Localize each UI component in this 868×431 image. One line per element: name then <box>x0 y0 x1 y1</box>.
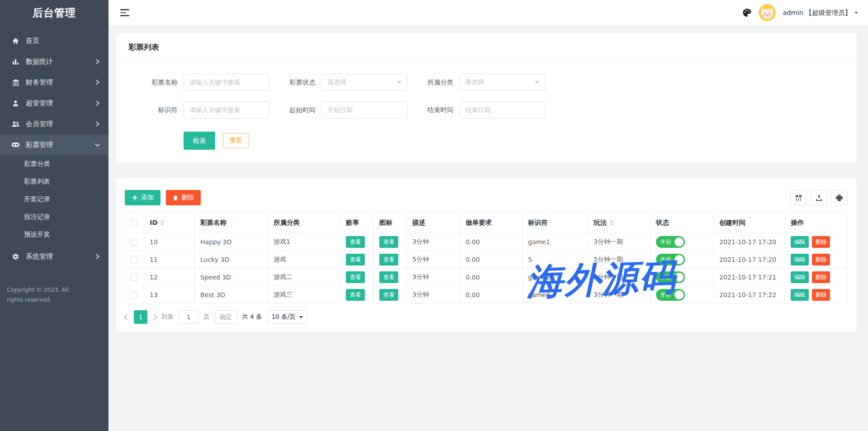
goto-confirm-button[interactable]: 确定 <box>215 310 237 324</box>
prev-page-icon[interactable] <box>124 314 130 320</box>
edit-button[interactable]: 编辑 <box>791 271 809 283</box>
lottery-status-select[interactable]: 请选择 <box>321 74 407 91</box>
view-odds-button[interactable]: 查看 <box>346 254 365 265</box>
bulk-delete-button[interactable]: 删除 <box>166 190 201 205</box>
view-odds-button[interactable]: 查看 <box>346 289 365 301</box>
gear-icon <box>11 252 20 261</box>
add-button[interactable]: + 添加 <box>125 190 160 205</box>
sidebar-item-label: 超管管理 <box>26 99 53 108</box>
sidebar-item-system[interactable]: 系统管理 <box>0 246 108 267</box>
col-category: 所属分类 <box>268 212 340 233</box>
page-number-button[interactable]: 1 <box>134 310 147 324</box>
goto-suffix-label: 页 <box>203 313 210 321</box>
menu-toggle-icon[interactable] <box>120 9 129 16</box>
user-icon <box>11 99 20 108</box>
filter-card: 彩票列表 彩票名称 彩票状态 请选择 <box>115 33 857 164</box>
sidebar-item-lottery-category[interactable]: 彩票分类 <box>0 155 108 173</box>
view-icon-button[interactable]: 查看 <box>379 254 398 265</box>
cell-id: 11 <box>144 251 195 269</box>
view-icon-button[interactable]: 查看 <box>379 289 398 301</box>
cell-identifier: 5 <box>523 251 588 269</box>
select-all-checkbox[interactable] <box>131 219 138 226</box>
col-created: 创建时间 <box>714 212 785 233</box>
sidebar-item-lottery[interactable]: 彩票管理 <box>0 134 108 155</box>
copyright-text: Copyright © 2023. All rights reserved. <box>0 285 84 305</box>
filter-group-name: 彩票名称 <box>142 74 279 91</box>
sidebar-item-superadmin[interactable]: 超管管理 <box>0 93 108 114</box>
edit-button[interactable]: 编辑 <box>791 236 809 248</box>
edit-button[interactable]: 编辑 <box>791 289 809 301</box>
identifier-input[interactable] <box>184 101 269 118</box>
user-menu[interactable]: admin 【超级管理员】 <box>783 9 858 17</box>
toggle-columns-button[interactable] <box>790 190 807 205</box>
sidebar-item-finance[interactable]: 财务管理 <box>0 72 108 93</box>
filter-group-end-time: 结束时间 <box>417 101 555 118</box>
sidebar-item-draw-records[interactable]: 开奖记录 <box>0 190 108 208</box>
cell-id: 12 <box>144 269 195 286</box>
cell-identifier: game2 <box>523 269 588 286</box>
reset-button[interactable]: 重置 <box>223 133 249 148</box>
lottery-name-input[interactable] <box>184 74 269 91</box>
delete-button[interactable]: 删除 <box>812 271 830 283</box>
sidebar-item-preset-draw[interactable]: 预设开奖 <box>0 226 108 243</box>
sidebar-menu: 首页 数据统计 财务管理 超管管理 <box>0 30 108 267</box>
filter-group-category: 所属分类 请选择 <box>417 74 555 91</box>
page-size-select[interactable]: 10 条/页 <box>267 310 307 324</box>
table-row: 12 Speed 3D 游戏二 查看 查看 3分钟 0.00 game2 3分钟… <box>125 269 848 286</box>
row-checkbox[interactable] <box>131 291 138 298</box>
col-id[interactable]: ID <box>144 212 195 233</box>
sidebar-item-members[interactable]: 会员管理 <box>0 114 108 134</box>
row-checkbox[interactable] <box>131 274 138 281</box>
lottery-table: ID 彩票名称 所属分类 赔率 图标 描述 做单要求 标识符 玩法 状态 创建时… <box>125 212 848 304</box>
cell-identifier: game1 <box>523 233 588 251</box>
cell-desc: 3分钟 <box>407 269 460 286</box>
cell-name: Happy 3D <box>195 233 268 251</box>
status-toggle[interactable]: 开启 <box>656 271 685 283</box>
start-date-input[interactable] <box>321 101 407 118</box>
delete-button[interactable]: 删除 <box>812 236 830 248</box>
sidebar-item-bet-records[interactable]: 投注记录 <box>0 208 108 226</box>
status-toggle[interactable]: 开启 <box>656 236 685 248</box>
cell-created: 2021-10-17 17:20 <box>714 233 785 251</box>
trash-icon <box>173 195 178 201</box>
status-toggle[interactable]: 开启 <box>656 254 685 265</box>
row-checkbox[interactable] <box>131 238 138 246</box>
filter-label: 彩票名称 <box>142 78 178 87</box>
view-odds-button[interactable]: 查看 <box>346 271 365 283</box>
category-select[interactable]: 请选择 <box>459 74 545 91</box>
cell-desc: 3分钟 <box>407 233 460 251</box>
view-odds-button[interactable]: 查看 <box>346 236 365 248</box>
user-avatar[interactable] <box>759 4 776 21</box>
toggle-knob-icon <box>675 237 684 246</box>
col-play[interactable]: 玩法 <box>588 212 651 233</box>
table-row: 10 Happy 3D 游戏1 查看 查看 3分钟 0.00 game1 3分钟… <box>125 233 848 251</box>
sort-icon <box>610 220 613 226</box>
col-status: 状态 <box>651 212 714 233</box>
sidebar-item-home[interactable]: 首页 <box>0 30 108 51</box>
view-icon-button[interactable]: 查看 <box>379 236 398 248</box>
end-date-input[interactable] <box>459 101 545 118</box>
status-toggle[interactable]: 开启 <box>656 289 685 301</box>
sidebar-item-lottery-list[interactable]: 彩票列表 <box>0 173 108 190</box>
main-area: admin 【超级管理员】 彩票列表 彩票名称 彩票状态 <box>108 0 868 431</box>
row-checkbox[interactable] <box>131 256 138 263</box>
caret-down-icon <box>854 12 858 14</box>
table-header-row: ID 彩票名称 所属分类 赔率 图标 描述 做单要求 标识符 玩法 状态 创建时… <box>125 212 848 233</box>
delete-button[interactable]: 删除 <box>812 289 830 301</box>
sidebar-item-statistics[interactable]: 数据统计 <box>0 51 108 72</box>
export-button[interactable] <box>811 190 827 205</box>
goto-page-input[interactable] <box>179 310 198 324</box>
cell-id: 10 <box>144 233 195 251</box>
search-button[interactable]: 检索 <box>184 132 215 150</box>
next-page-icon[interactable] <box>151 314 157 320</box>
edit-button[interactable]: 编辑 <box>791 254 809 265</box>
delete-button[interactable]: 删除 <box>812 254 830 265</box>
select-caret-icon <box>299 316 303 318</box>
sidebar-item-label: 系统管理 <box>26 252 53 261</box>
toggle-knob-icon <box>675 255 684 264</box>
filter-label: 结束时间 <box>417 106 453 114</box>
sidebar-item-label: 首页 <box>26 37 39 45</box>
theme-palette-icon[interactable] <box>742 8 752 18</box>
view-icon-button[interactable]: 查看 <box>379 271 398 283</box>
print-button[interactable] <box>831 190 848 205</box>
